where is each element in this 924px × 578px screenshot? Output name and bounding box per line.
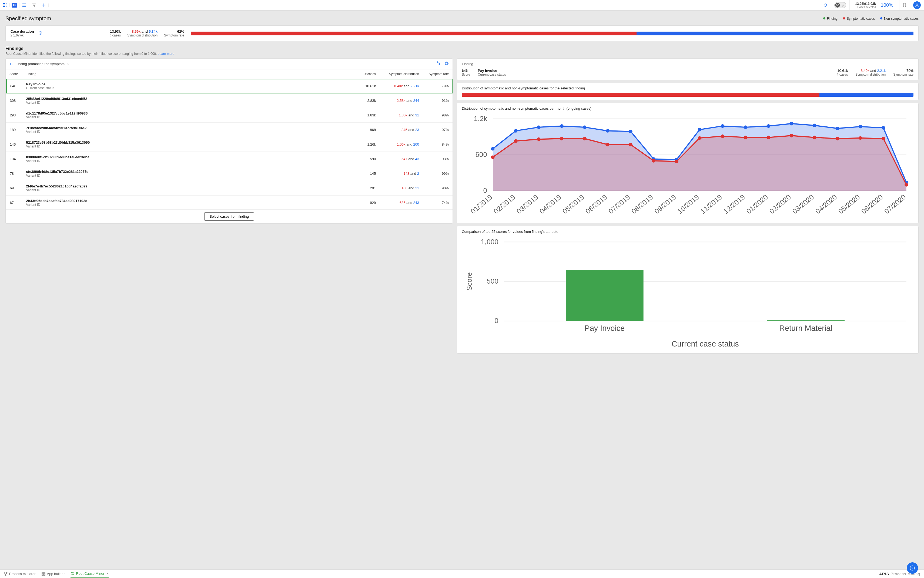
- table-row[interactable]: 692f46e7e4b7ec5528021c10d4aecfa599Varian…: [6, 181, 453, 196]
- svg-text:09/2019: 09/2019: [653, 193, 678, 216]
- table-row[interactable]: 3082f5f82a61220ad9b8913ad31ebcedf52Varia…: [6, 93, 453, 108]
- table-row[interactable]: 78cfe3890b4d8c135a7b732e281a22967dVarian…: [6, 166, 453, 181]
- svg-text:07/2020: 07/2020: [883, 193, 908, 216]
- sort-dropdown[interactable]: Finding promoting the symptom: [10, 62, 70, 66]
- svg-text:Pay Invoice: Pay Invoice: [585, 324, 625, 333]
- svg-point-31: [437, 62, 438, 63]
- table-header-row: Score Finding # cases Symptom distributi…: [6, 70, 453, 79]
- svg-text:12/2019: 12/2019: [722, 193, 747, 216]
- learn-more-link[interactable]: Learn more: [158, 52, 174, 56]
- svg-point-48: [491, 147, 495, 151]
- svg-point-71: [583, 137, 586, 140]
- filter-icon[interactable]: [29, 3, 39, 7]
- svg-point-74: [652, 159, 656, 162]
- bookmark-icon[interactable]: [899, 0, 910, 10]
- svg-rect-0: [3, 3, 4, 4]
- svg-rect-1: [4, 3, 5, 4]
- svg-text:05/2020: 05/2020: [837, 193, 862, 216]
- sort-icon: [10, 62, 13, 66]
- svg-point-33: [446, 63, 447, 64]
- svg-text:10/2019: 10/2019: [676, 193, 701, 216]
- svg-point-57: [698, 128, 702, 131]
- svg-point-53: [606, 129, 609, 133]
- summary-distribution-value: 8.59k and 5.34k: [127, 29, 158, 34]
- svg-rect-112: [566, 270, 643, 321]
- table-row[interactable]: 1340388dd0f5cb97d839ed8be1a6ee23dbaVaria…: [6, 152, 453, 166]
- add-icon[interactable]: [39, 3, 49, 7]
- svg-text:500: 500: [487, 277, 499, 285]
- dataset-tag[interactable]: TE: [10, 3, 19, 8]
- svg-point-49: [514, 129, 518, 133]
- svg-point-69: [537, 138, 541, 141]
- svg-line-22: [39, 32, 39, 32]
- svg-point-70: [560, 137, 563, 140]
- svg-text:Return Material: Return Material: [779, 324, 832, 333]
- menu-icon[interactable]: [19, 3, 29, 7]
- svg-point-68: [514, 140, 518, 143]
- svg-point-77: [721, 135, 724, 138]
- monthly-area-chart: 1.2k600001/201902/201903/201904/201905/2…: [462, 113, 913, 219]
- svg-point-60: [767, 124, 770, 128]
- score-comparison-card: Comparison of top 25 scores for values f…: [456, 226, 919, 354]
- select-cases-button[interactable]: Select cases from finding: [204, 212, 254, 221]
- refresh-icon[interactable]: [820, 0, 831, 10]
- svg-rect-4: [4, 5, 5, 5]
- svg-line-23: [41, 34, 42, 34]
- table-row[interactable]: 672b43ff96dda7aeafab784ed98917102dVarian…: [6, 196, 453, 209]
- cases-selected-meta: 13.93k/13.93k Cases selected: [853, 2, 878, 9]
- visibility-toggle[interactable]: [831, 0, 849, 10]
- distribution-per-month-card: Distribution of symptomatic and non-symp…: [456, 103, 919, 223]
- svg-text:0: 0: [483, 187, 487, 195]
- svg-line-39: [447, 64, 448, 65]
- chart-legend: Finding Symptomatic cases Non-symptomati…: [823, 17, 919, 21]
- page-title: Specified symptom: [5, 15, 823, 22]
- settings-icon[interactable]: [445, 61, 449, 67]
- svg-line-41: [447, 62, 448, 63]
- svg-text:02/2020: 02/2020: [768, 193, 793, 216]
- svg-text:600: 600: [476, 151, 487, 159]
- svg-text:04/2020: 04/2020: [814, 193, 839, 216]
- svg-point-73: [629, 143, 632, 146]
- svg-text:07/2019: 07/2019: [607, 193, 632, 216]
- svg-point-84: [882, 137, 885, 140]
- table-row[interactable]: 1465218723c58b68b23d0bbb315a3613090Varia…: [6, 137, 453, 152]
- svg-point-79: [767, 136, 770, 139]
- summary-rate-value: 62%: [164, 29, 184, 34]
- table-row[interactable]: 646Pay InvoiceCurrent case status10.61k8…: [6, 79, 453, 93]
- svg-rect-2: [6, 3, 6, 4]
- svg-point-80: [790, 134, 793, 138]
- case-duration-value: ≥ 1.67wk: [11, 34, 34, 37]
- table-row[interactable]: 293d1c1178d95e1327cc5bc1e119ff96936Varia…: [6, 108, 453, 123]
- user-avatar[interactable]: [910, 0, 924, 10]
- svg-text:06/2019: 06/2019: [584, 193, 609, 216]
- case-duration-label: Case duration: [11, 29, 34, 34]
- topbar-right: 13.93k/13.93k Cases selected 100%: [820, 0, 924, 10]
- svg-point-54: [629, 130, 632, 133]
- svg-point-67: [491, 155, 495, 159]
- svg-point-64: [859, 125, 862, 128]
- symptom-summary-card: Case duration ≥ 1.67wk 13.93k # cases 8.…: [5, 25, 919, 41]
- gear-icon[interactable]: [38, 31, 43, 36]
- svg-rect-114: [767, 320, 844, 321]
- svg-line-38: [445, 62, 446, 63]
- table-row[interactable]: 1897f18e5fcc98b4ac5fb95137759a1c4e2Varia…: [6, 123, 453, 137]
- svg-text:0: 0: [494, 317, 499, 325]
- findings-subtitle: Root Cause Miner identified the followin…: [5, 52, 919, 56]
- svg-point-83: [859, 136, 862, 140]
- svg-point-72: [606, 143, 609, 146]
- svg-text:03/2019: 03/2019: [515, 193, 540, 216]
- sliders-icon[interactable]: [436, 61, 441, 67]
- pencil-icon: [841, 3, 844, 7]
- summary-cases-value: 13.93k: [110, 29, 121, 34]
- svg-point-63: [836, 127, 839, 130]
- eye-icon: [835, 3, 840, 8]
- svg-point-50: [537, 125, 541, 129]
- svg-text:1.2k: 1.2k: [474, 115, 487, 123]
- svg-text:Current case status: Current case status: [672, 339, 739, 348]
- apps-icon[interactable]: [0, 3, 10, 7]
- svg-text:Score: Score: [465, 272, 473, 291]
- svg-rect-3: [3, 5, 4, 5]
- svg-point-82: [836, 137, 839, 140]
- svg-point-62: [813, 124, 816, 127]
- svg-point-51: [560, 124, 563, 128]
